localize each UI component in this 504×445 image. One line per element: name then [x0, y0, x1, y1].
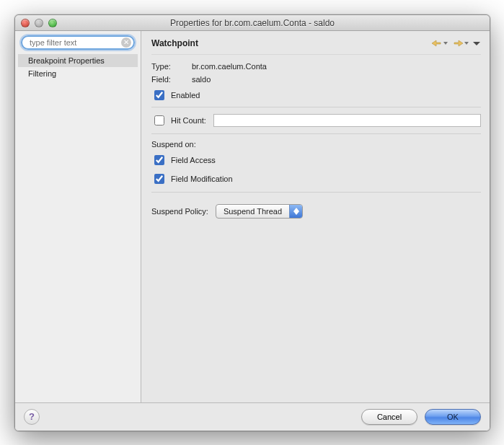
page-title: Watchpoint [151, 38, 430, 48]
hitcount-row: Hit Count: [151, 113, 481, 128]
suspend-policy-row: Suspend Policy: Suspend Thread [151, 204, 481, 219]
field-modification-row[interactable]: Field Modification [151, 172, 481, 186]
clear-filter-icon[interactable]: ✕ [121, 38, 131, 48]
separator [151, 133, 481, 134]
cancel-button[interactable]: Cancel [361, 409, 417, 425]
forward-button[interactable] [451, 38, 469, 48]
titlebar: Properties for br.com.caelum.Conta - sal… [15, 15, 490, 31]
hitcount-label: Hit Count: [171, 116, 206, 125]
type-row: Type: br.com.caelum.Conta [151, 62, 481, 71]
suspend-policy-label: Suspend Policy: [151, 207, 208, 216]
minimize-icon [35, 19, 43, 27]
suspend-policy-select[interactable]: Suspend Thread [216, 204, 303, 219]
sidebar: ✕ Breakpoint Properties Filtering [15, 31, 141, 402]
select-stepper-icon [289, 205, 302, 218]
type-value: br.com.caelum.Conta [192, 62, 267, 71]
filter-input[interactable] [21, 35, 135, 50]
field-access-label: Field Access [171, 156, 216, 164]
sidebar-item-filtering[interactable]: Filtering [18, 67, 138, 80]
arrow-left-icon [431, 39, 443, 48]
window-controls [15, 19, 57, 27]
hitcount-input[interactable] [213, 114, 481, 127]
nav-arrows [430, 38, 481, 48]
chevron-down-icon [464, 39, 469, 48]
separator [151, 192, 481, 193]
suspend-on-label: Suspend on: [151, 140, 481, 149]
dialog-body: ✕ Breakpoint Properties Filtering Watchp… [15, 31, 490, 431]
type-label: Type: [151, 62, 192, 71]
field-label: Field: [151, 75, 192, 84]
enabled-checkbox-row[interactable]: Enabled [151, 88, 481, 102]
chevron-down-icon [443, 39, 448, 48]
filter-wrap: ✕ [21, 35, 135, 50]
separator [151, 54, 481, 55]
main-header: Watchpoint [151, 38, 481, 48]
zoom-icon[interactable] [48, 19, 57, 27]
main-panel: Watchpoint [141, 31, 490, 402]
separator [151, 107, 481, 107]
hitcount-checkbox[interactable] [154, 115, 164, 125]
suspend-policy-value: Suspend Thread [224, 207, 289, 216]
sidebar-list: Breakpoint Properties Filtering [18, 54, 138, 80]
sidebar-item-breakpoint-properties[interactable]: Breakpoint Properties [18, 54, 138, 67]
field-modification-checkbox[interactable] [154, 174, 164, 184]
window-title: Properties for br.com.caelum.Conta - sal… [15, 18, 490, 28]
arrow-right-icon [452, 39, 464, 48]
dialog-footer: ? Cancel OK [15, 402, 490, 431]
enabled-checkbox[interactable] [154, 90, 164, 100]
field-access-row[interactable]: Field Access [151, 153, 481, 167]
help-button[interactable]: ? [24, 409, 40, 425]
ok-button[interactable]: OK [425, 409, 481, 425]
chevron-down-icon [473, 39, 480, 48]
view-menu-button[interactable] [472, 38, 481, 48]
split-pane: ✕ Breakpoint Properties Filtering Watchp… [15, 31, 490, 402]
field-modification-label: Field Modification [171, 175, 233, 183]
dialog-window: Properties for br.com.caelum.Conta - sal… [14, 14, 490, 431]
field-value: saldo [192, 75, 211, 84]
back-button[interactable] [430, 38, 448, 48]
close-icon[interactable] [21, 19, 30, 27]
enabled-label: Enabled [171, 91, 200, 100]
field-access-checkbox[interactable] [154, 155, 164, 165]
field-row: Field: saldo [151, 75, 481, 84]
